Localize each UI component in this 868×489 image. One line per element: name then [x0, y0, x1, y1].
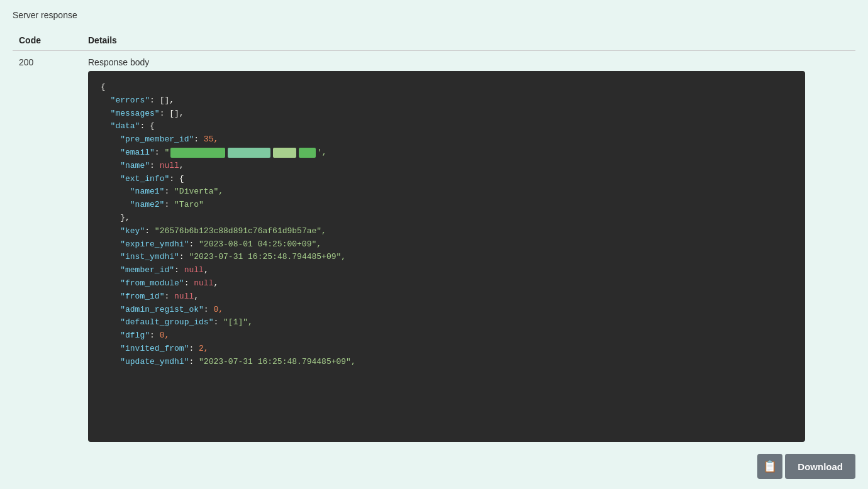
- table-row: 200 Response body { "errors": [], "messa…: [13, 51, 855, 449]
- json-line-21: "update_ymdhi": "2023-07-31 16:25:48.794…: [101, 356, 793, 369]
- json-line-14: "member_id": null,: [101, 264, 793, 277]
- json-line-17: "admin_regist_ok": 0,: [101, 304, 793, 317]
- json-line-9: "name2": "Taro": [101, 199, 793, 212]
- status-code: 200: [13, 51, 82, 449]
- json-line-18: "default_group_ids": "[1]",: [101, 316, 793, 329]
- download-bar: 📋 Download: [757, 454, 855, 479]
- json-line-8: "name1": "Diverta",: [101, 185, 793, 199]
- col-code-header: Code: [13, 30, 82, 51]
- section-title: Server response: [13, 10, 855, 20]
- json-line-7: "ext_info": {: [101, 173, 793, 186]
- copy-icon: 📋: [763, 459, 777, 473]
- response-body-label: Response body: [88, 57, 849, 67]
- email-redacted-2: [228, 148, 270, 158]
- json-line-1: "errors": [],: [101, 94, 793, 107]
- email-redacted-4: [299, 148, 316, 158]
- page-container: Server response Code Details 200 Respons…: [0, 0, 868, 489]
- json-line-16: "from_id": null,: [101, 290, 793, 304]
- json-line-10: },: [101, 212, 793, 225]
- json-line-3: "data": {: [101, 120, 793, 133]
- json-line-2: "messages": [],: [101, 107, 793, 121]
- email-redacted-3: [273, 148, 296, 158]
- json-line-13: "inst_ymdhi": "2023-07-31 16:25:48.79448…: [101, 251, 793, 264]
- json-line-6: "name": null,: [101, 160, 793, 173]
- json-line-20: "invited_from": 2,: [101, 343, 793, 356]
- json-line-15: "from_module": null,: [101, 277, 793, 290]
- json-container[interactable]: { "errors": [], "messages": [], "data": …: [88, 71, 805, 442]
- json-line-4: "pre_member_id": 35,: [101, 133, 793, 146]
- email-redacted-1: [170, 148, 225, 158]
- json-line-5: "email": " ',: [101, 146, 793, 160]
- download-button[interactable]: Download: [785, 454, 855, 479]
- response-table: Code Details 200 Response body { "errors…: [13, 30, 855, 448]
- server-response-section: Server response Code Details 200 Respons…: [0, 0, 868, 458]
- json-line-0: {: [101, 81, 793, 94]
- details-cell: Response body { "errors": [], "messages"…: [82, 51, 855, 449]
- json-line-19: "dflg": 0,: [101, 329, 793, 343]
- json-line-12: "expire_ymdhi": "2023-08-01 04:25:00+09"…: [101, 238, 793, 251]
- json-line-11: "key": "26576b6b123c88d891c76af61d9b57ae…: [101, 225, 793, 238]
- copy-icon-button[interactable]: 📋: [757, 454, 782, 479]
- col-details-header: Details: [82, 30, 855, 51]
